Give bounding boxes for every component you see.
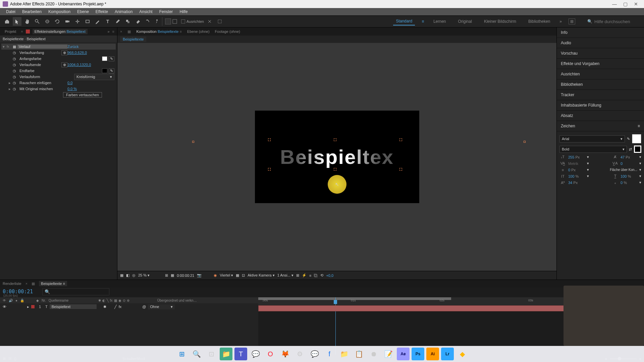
snap-options-icon[interactable] (215, 17, 224, 26)
menu-effekte[interactable]: Effekte (92, 9, 111, 14)
layer-name[interactable]: Beispieltext (50, 304, 97, 309)
maximize-button[interactable]: ▢ (620, 1, 631, 7)
layer-switch[interactable]: ✱ (103, 305, 106, 309)
selection-handle[interactable] (334, 168, 336, 171)
layer-visibility-toggle[interactable]: 👁 (3, 305, 6, 309)
opera-icon[interactable]: O (264, 348, 277, 360)
audio-col-icon[interactable]: 🔊 (9, 299, 13, 302)
tab-close-icon[interactable]: × (120, 29, 122, 34)
app-icon[interactable]: ◆ (456, 348, 469, 360)
panel-overflow-icon[interactable]: » (107, 29, 109, 34)
zoom-dropdown[interactable]: 25 % ▾ (138, 273, 150, 278)
verlaufsende-value[interactable]: 1004,0,1320,0 (67, 63, 114, 67)
stroke-option-dropdown[interactable]: Fläche über Kon... (610, 168, 637, 172)
resolution-dropdown[interactable]: Viertel ▾ (220, 273, 233, 278)
messenger-icon[interactable]: 💬 (308, 348, 321, 360)
outer-handle[interactable] (524, 141, 526, 143)
tab-renderliste[interactable]: Renderliste (3, 282, 21, 286)
leading-value[interactable]: 47 Px (621, 155, 637, 159)
menu-ebene[interactable]: Ebene (74, 9, 92, 14)
anchor-tool[interactable] (73, 17, 82, 26)
hand-tool[interactable] (23, 17, 32, 26)
fx-toggle-icon[interactable]: fx (7, 45, 13, 48)
fill-color-swatch[interactable] (632, 134, 641, 143)
workspace-kleiner[interactable]: Kleiner Bildschirm (481, 18, 519, 25)
switch-icon[interactable]: ◐ (102, 299, 105, 302)
tab-footage[interactable]: Footage (ohne) (215, 29, 240, 34)
facebook-icon[interactable]: f (323, 348, 336, 360)
viewer-timecode[interactable]: 0:00:00:21 (177, 274, 194, 278)
stroke-swatch[interactable] (172, 19, 177, 24)
close-button[interactable]: ✕ (631, 1, 641, 7)
stroke-color-swatch[interactable] (634, 145, 641, 153)
endfarbe-swatch[interactable] (102, 68, 107, 73)
font-family-dropdown[interactable]: Arial▾ (559, 135, 625, 142)
explorer-icon[interactable]: 📁 (220, 348, 232, 360)
firefox-icon[interactable]: 🦊 (279, 348, 291, 360)
tab-lock-icon[interactable]: ▦ (32, 282, 35, 286)
camera-dropdown[interactable]: Aktive Kamera ▾ (248, 273, 275, 278)
crosshair-icon[interactable]: ⊕ (61, 50, 67, 55)
text-tool[interactable]: T (103, 17, 112, 26)
notepad-icon[interactable]: 📝 (382, 348, 395, 360)
kerning-value[interactable]: Metrik (568, 162, 585, 166)
pixel-aspect-icon[interactable]: ⊞ (296, 273, 299, 278)
eyedropper-icon[interactable]: ✎ (627, 137, 630, 141)
panel-vorschau[interactable]: Vorschau (557, 48, 644, 59)
visibility-col-icon[interactable]: 👁 (3, 299, 6, 302)
layer-row[interactable]: 👁 ▸ 1 T Beispieltext ✱ ╱ fx @ Ohne ▾ (0, 303, 258, 310)
panel-zeichen-header[interactable]: Zeichen ≡ (557, 121, 644, 131)
menu-komposition[interactable]: Komposition (45, 9, 74, 14)
transparency-icon[interactable]: ▦ (236, 273, 239, 278)
tab-close-icon[interactable]: × (25, 282, 28, 286)
search-button[interactable]: 🔍 (190, 348, 203, 360)
workspace-lernen[interactable]: Lernen (431, 18, 448, 25)
menu-animation[interactable]: Animation (111, 9, 136, 14)
illustrator-icon[interactable]: Ai (426, 348, 439, 360)
preview-text-layer[interactable]: Beispieltex (280, 145, 394, 169)
stopwatch-icon[interactable]: ◷ (13, 69, 18, 73)
effect-visibility-icon[interactable]: ▦ (13, 45, 17, 49)
menu-fenster[interactable]: Fenster (156, 9, 176, 14)
fill-swatch[interactable] (165, 18, 171, 24)
channel-icon[interactable]: ◧ (126, 273, 129, 278)
vscale-value[interactable]: 100 % (568, 174, 585, 178)
home-icon[interactable] (3, 17, 11, 26)
roto-tool[interactable] (144, 17, 152, 26)
original-value[interactable]: 0,0 % (67, 87, 114, 91)
snapping-icon[interactable] (205, 17, 214, 26)
tab-close-icon[interactable]: × (21, 29, 23, 34)
tab-komposition[interactable]: Komposition Beispieltexte ≡ (136, 29, 181, 34)
rect-tool[interactable] (83, 17, 92, 26)
layer-switch[interactable]: ╱ (114, 305, 117, 309)
exposure-value[interactable]: +0,0 (326, 274, 333, 278)
mask-icon[interactable]: ◎ (132, 273, 136, 278)
label-col-icon[interactable]: ◆ (36, 299, 39, 302)
views-dropdown[interactable]: 1 Ansi... ▾ (277, 273, 293, 278)
switch-icon[interactable]: ╲ (107, 299, 109, 302)
minimize-button[interactable]: — (609, 1, 620, 7)
eyedropper-icon[interactable]: ✎ (109, 56, 114, 61)
region-icon[interactable]: ⊡ (242, 273, 245, 278)
switch-icon[interactable]: ✱ (98, 299, 101, 302)
verlaufsform-dropdown[interactable]: Kreisförmig ▾ (74, 74, 114, 80)
layer-label-color[interactable] (31, 305, 35, 308)
tsume-value[interactable]: 0 % (621, 181, 637, 185)
tab-projekt[interactable]: Projekt (3, 29, 18, 34)
tab-ebene[interactable]: Ebene (ohne) (187, 29, 210, 34)
panel-tracker[interactable]: Tracker (557, 90, 644, 100)
clone-tool[interactable] (123, 17, 132, 26)
menu-bearbeiten[interactable]: Bearbeiten (19, 9, 45, 14)
zoom-tool[interactable] (33, 17, 42, 26)
comp-breadcrumb[interactable]: Beispieltexte (120, 37, 146, 42)
expand-icon[interactable]: ▸ (9, 81, 13, 85)
res-icon[interactable]: ⊞ (165, 273, 168, 278)
obs-icon[interactable]: ⏺ (367, 348, 380, 360)
app-icon[interactable]: ⚙ (293, 348, 306, 360)
workspace-original[interactable]: Original (455, 18, 475, 25)
workspace-bibliotheken[interactable]: Bibliotheken (526, 18, 553, 25)
panel-menu-icon[interactable]: ≡ (638, 124, 640, 128)
fast-preview-icon[interactable]: ⚡ (302, 273, 307, 278)
ausrichten-checkbox[interactable]: Ausrichten (181, 19, 204, 23)
panel-info[interactable]: Info (557, 27, 644, 38)
